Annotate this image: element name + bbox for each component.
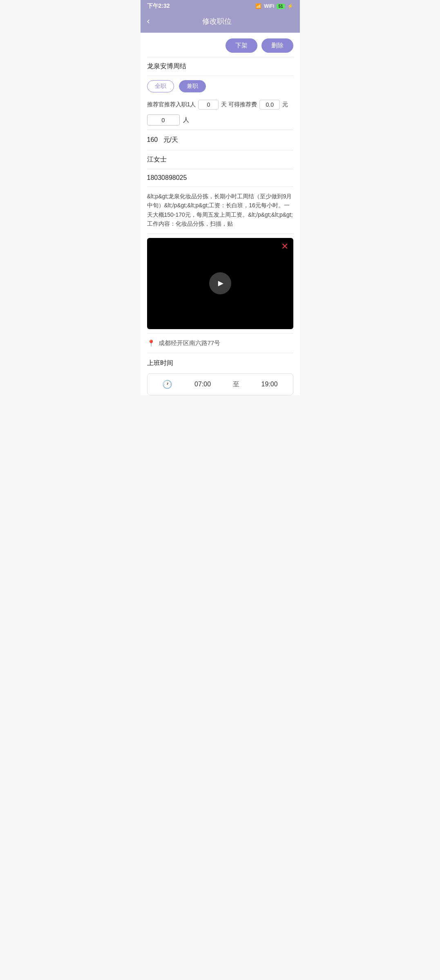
job-type-row: 全职 兼职 bbox=[141, 76, 300, 96]
location-row: 📍 成都经开区南六路77号 bbox=[141, 334, 300, 353]
clock-icon: 🕐 bbox=[162, 379, 172, 389]
status-time: 下午2:32 bbox=[147, 2, 170, 10]
delete-button[interactable]: 删除 bbox=[261, 38, 293, 53]
delist-button[interactable]: 下架 bbox=[226, 38, 257, 53]
company-name: 龙泉安博周结 bbox=[141, 57, 300, 76]
battery-badge: 51 bbox=[277, 4, 284, 9]
job-description: &lt;p&gt;龙泉化妆品分拣，长期小时工周结（至少做到9月中旬）&lt;/p… bbox=[141, 187, 300, 233]
back-button[interactable]: ‹ bbox=[147, 17, 150, 26]
referral-fee-input[interactable] bbox=[259, 100, 280, 110]
location-icon: 📍 bbox=[147, 339, 155, 347]
headcount-row: 人 bbox=[141, 111, 300, 130]
phone-number: 18030898025 bbox=[141, 169, 300, 186]
page-title: 修改职位 bbox=[155, 16, 279, 26]
signal-icon: 📶 bbox=[255, 3, 261, 9]
work-time-label: 上班时间 bbox=[141, 353, 300, 370]
referral-prefix: 推荐官推荐入职1人 bbox=[147, 101, 196, 108]
action-row: 下架 删除 bbox=[141, 33, 300, 57]
charging-icon: ⚡ bbox=[287, 3, 293, 9]
referral-row: 推荐官推荐入职1人 天 可得推荐费 元 bbox=[141, 96, 300, 111]
wifi-icon: WiFi bbox=[264, 3, 274, 9]
video-play-button[interactable]: ► bbox=[209, 272, 231, 294]
work-start-time[interactable]: 07:00 bbox=[194, 381, 211, 388]
video-player[interactable]: ✕ ► bbox=[147, 238, 293, 330]
time-separator: 至 bbox=[233, 380, 239, 389]
contact-name: 江女士 bbox=[141, 150, 300, 169]
referral-fee-unit: 元 bbox=[282, 101, 288, 108]
location-address: 成都经开区南六路77号 bbox=[159, 339, 221, 347]
main-content: 下架 删除 龙泉安博周结 全职 兼职 推荐官推荐入职1人 天 可得推荐费 元 人… bbox=[141, 33, 300, 395]
header: ‹ 修改职位 bbox=[141, 12, 300, 33]
parttime-button[interactable]: 兼职 bbox=[179, 80, 206, 92]
work-end-time[interactable]: 19:00 bbox=[261, 381, 278, 388]
referral-days-input[interactable] bbox=[198, 100, 219, 110]
fulltime-button[interactable]: 全职 bbox=[147, 80, 174, 92]
headcount-input[interactable] bbox=[147, 114, 180, 126]
referral-days-unit: 天 可得推荐费 bbox=[221, 101, 257, 108]
time-row: 🕐 07:00 至 19:00 bbox=[147, 373, 293, 395]
video-close-button[interactable]: ✕ bbox=[281, 242, 288, 251]
status-bar: 下午2:32 📶 WiFi 51 ⚡ bbox=[141, 0, 300, 12]
salary-unit: 元/天 bbox=[163, 136, 178, 143]
divider-7 bbox=[147, 233, 293, 234]
status-icons: 📶 WiFi 51 ⚡ bbox=[255, 3, 293, 9]
headcount-unit: 人 bbox=[183, 116, 189, 124]
play-icon: ► bbox=[217, 278, 226, 289]
salary-row: 160 元/天 bbox=[141, 130, 300, 150]
salary-amount: 160 bbox=[147, 136, 158, 143]
